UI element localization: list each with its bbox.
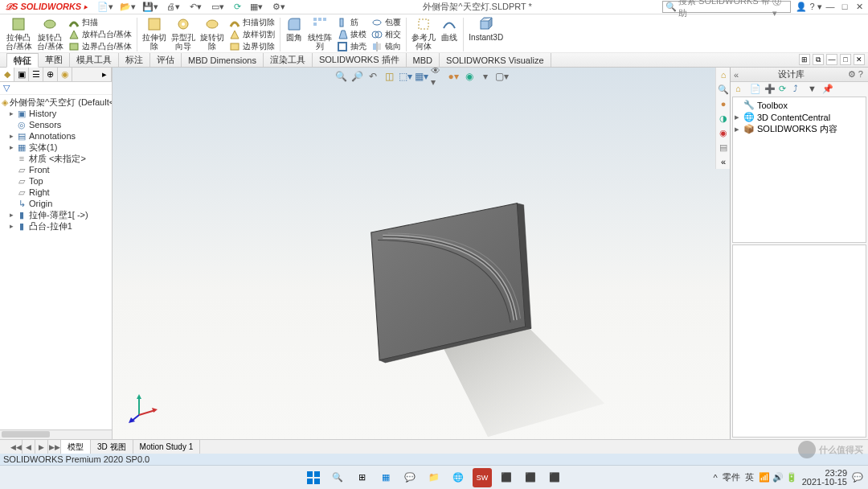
- btab-prev-icon[interactable]: ◀: [23, 440, 35, 454]
- tree-plane-right[interactable]: ▱Right: [0, 187, 112, 198]
- vt-home-icon[interactable]: ⌂: [716, 68, 730, 82]
- tray-clock[interactable]: 23:292021-10-15: [802, 469, 847, 487]
- app-red-button[interactable]: SW: [473, 468, 492, 487]
- vt-zoom-icon[interactable]: 🔍: [716, 82, 730, 97]
- tab-sw-addins[interactable]: SOLIDWORKS 插件: [313, 53, 407, 67]
- options-icon[interactable]: ▦▾: [246, 1, 267, 14]
- extrude-cut-button[interactable]: 拉伸切 除: [140, 16, 169, 51]
- vt-chevron-icon[interactable]: «: [716, 154, 730, 169]
- fm-tab-tree-icon[interactable]: ◆: [0, 68, 14, 81]
- boundary-button[interactable]: 边界凸台/基体: [66, 40, 135, 52]
- shell-button[interactable]: 抽壳: [334, 40, 369, 52]
- taskpane-back-icon[interactable]: «: [734, 70, 739, 80]
- doc-cascade-icon[interactable]: ⧉: [813, 54, 824, 65]
- tree-history[interactable]: ▸▣History: [0, 108, 112, 119]
- app-orange-button[interactable]: ⬛: [545, 468, 564, 487]
- vt-appearance-icon[interactable]: ●: [716, 97, 730, 111]
- tab-mbd[interactable]: MBD: [407, 53, 440, 67]
- doc-close-icon[interactable]: ✕: [854, 54, 865, 65]
- tree-plane-top[interactable]: ▱Top: [0, 175, 112, 187]
- tree-origin[interactable]: ↳Origin: [0, 198, 112, 209]
- draft-button[interactable]: 拔模: [334, 28, 369, 40]
- tab-sw-visualize[interactable]: SOLIDWORKS Visualize: [440, 53, 551, 67]
- fm-tab-config-icon[interactable]: ☰: [29, 68, 43, 81]
- fm-tab-display-icon[interactable]: ◉: [58, 68, 72, 81]
- explorer-button[interactable]: 📁: [424, 468, 444, 487]
- user-icon[interactable]: 👤: [794, 2, 809, 12]
- tree-feature-2[interactable]: ▸▮凸台-拉伸1: [0, 220, 112, 232]
- search-input[interactable]: 🔍 搜索 SOLIDWORKS 帮助 Ⓠ ▾: [662, 1, 791, 13]
- rebuild-icon[interactable]: ⟳: [230, 1, 244, 14]
- tab-mold-tools[interactable]: 模具工具: [70, 53, 119, 67]
- tree-sensors[interactable]: ◎Sensors: [0, 119, 112, 130]
- revolve-boss-button[interactable]: 旋转凸 台/基体: [35, 16, 66, 51]
- select-icon[interactable]: ▭▾: [207, 1, 228, 14]
- tray-notify-icon[interactable]: 💬: [852, 472, 863, 483]
- tray-network-icon[interactable]: 📶 🔊 🔋: [759, 472, 797, 483]
- doc-maximize-icon[interactable]: □: [840, 54, 851, 65]
- sweep-cut-button[interactable]: 扫描切除: [227, 16, 277, 28]
- vt-decal-icon[interactable]: ◑: [716, 111, 730, 125]
- btab-3dview[interactable]: 3D 视图: [91, 440, 133, 454]
- tab-mbd-dimensions[interactable]: MBD Dimensions: [182, 53, 264, 67]
- reference-geometry-button[interactable]: 参考几 何体: [409, 16, 438, 51]
- tp-item-toolbox[interactable]: 🔧Toolbox: [735, 99, 864, 111]
- extrude-boss-button[interactable]: 拉伸凸 台/基体: [3, 16, 35, 51]
- linear-pattern-button[interactable]: 线性阵 列: [305, 16, 334, 51]
- wrap-button[interactable]: 包覆: [369, 16, 403, 28]
- widgets-button[interactable]: ▦: [376, 468, 395, 487]
- tp-pin-icon[interactable]: 📌: [822, 84, 833, 95]
- instant3d-button[interactable]: Instant3D: [466, 16, 506, 42]
- close-button[interactable]: ✕: [852, 2, 866, 12]
- tree-material[interactable]: ≡材质 <未指定>: [0, 153, 112, 164]
- maximize-button[interactable]: □: [837, 2, 852, 12]
- app-green-button[interactable]: ⬛: [497, 468, 516, 487]
- tp-filter-icon[interactable]: ▼: [808, 84, 819, 95]
- sweep-button[interactable]: 扫描: [66, 16, 135, 28]
- tray-chevron-icon[interactable]: ^: [713, 473, 717, 483]
- doc-tile-icon[interactable]: ⊞: [799, 54, 810, 65]
- help-icon[interactable]: ? ▾: [809, 2, 823, 12]
- btab-last-icon[interactable]: ▶▶: [48, 440, 61, 454]
- btab-next-icon[interactable]: ▶: [35, 440, 48, 454]
- tp-add-icon[interactable]: ➕: [764, 84, 776, 95]
- tree-feature-1[interactable]: ▸▮拉伸-薄壁1[ ->): [0, 209, 112, 220]
- tab-render-tools[interactable]: 渲染工具: [264, 53, 313, 67]
- undo-icon[interactable]: ↶▾: [185, 1, 206, 14]
- taskview-button[interactable]: ⊞: [352, 468, 371, 487]
- vt-custom-icon[interactable]: ▤: [716, 140, 730, 154]
- rib-button[interactable]: 筋: [334, 16, 369, 28]
- fm-tab-property-icon[interactable]: ▣: [14, 68, 29, 81]
- minimize-button[interactable]: —: [823, 2, 837, 12]
- view-triad[interactable]: [127, 391, 159, 423]
- loft-cut-button[interactable]: 放样切割: [227, 28, 277, 40]
- tp-refresh-icon[interactable]: ⟳: [779, 84, 790, 95]
- chat-button[interactable]: 💬: [400, 468, 420, 487]
- tab-features[interactable]: 特征: [6, 53, 39, 68]
- hole-wizard-button[interactable]: 异型孔 向导: [169, 16, 198, 51]
- tab-evaluate[interactable]: 评估: [150, 53, 182, 67]
- tree-plane-front[interactable]: ▱Front: [0, 164, 112, 175]
- btab-model[interactable]: 模型: [61, 440, 91, 454]
- mirror-button[interactable]: 镜向: [369, 40, 403, 52]
- tray-ime[interactable]: 英: [745, 471, 754, 483]
- save-icon[interactable]: 💾▾: [140, 1, 161, 14]
- tp-item-sw-content[interactable]: ▸📦SOLIDWORKS 内容: [735, 123, 864, 135]
- edge-button[interactable]: 🌐: [448, 468, 468, 487]
- vt-scene-icon[interactable]: ◉: [716, 125, 730, 140]
- doc-minimize-icon[interactable]: —: [826, 54, 837, 65]
- open-document-icon[interactable]: 📂▾: [117, 1, 138, 14]
- tp-new-icon[interactable]: 📄: [750, 84, 761, 95]
- fm-tab-dimxpert-icon[interactable]: ⊕: [43, 68, 58, 81]
- viewport[interactable]: 🔍 🔎 ↶ ◫ ⬚▾ ▦▾ 👁▾ ●▾ ◉ ▾ ▢▾: [113, 68, 730, 439]
- tree-root[interactable]: ◈外侧骨架^天空灯 (Default<<Default>: [0, 97, 112, 108]
- tree-solid-bodies[interactable]: ▸▦实体(1): [0, 142, 112, 153]
- tab-dimxpert[interactable]: 标注: [119, 53, 150, 67]
- btab-first-icon[interactable]: ◀◀: [10, 440, 23, 454]
- start-button[interactable]: [304, 468, 323, 487]
- tp-item-3dcc[interactable]: ▸🌐3D ContentCentral: [735, 111, 864, 123]
- new-document-icon[interactable]: 📄▾: [95, 1, 116, 14]
- tab-sketch[interactable]: 草图: [39, 53, 70, 67]
- intersect-button[interactable]: 相交: [369, 28, 403, 40]
- search-button[interactable]: 🔍: [328, 468, 347, 487]
